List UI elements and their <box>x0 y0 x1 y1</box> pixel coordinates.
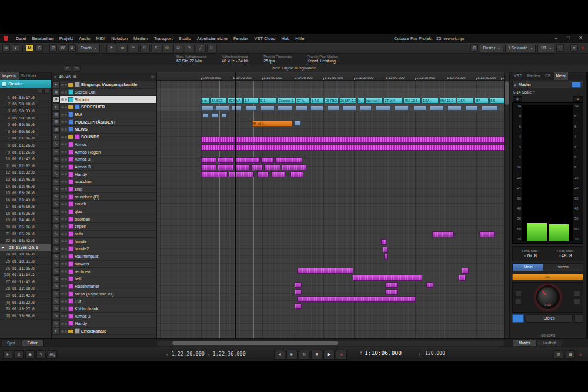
solo-indicator[interactable] <box>65 128 67 131</box>
clip[interactable] <box>278 105 293 111</box>
horizontal-scrollbar-thumb[interactable] <box>172 341 338 345</box>
play-button[interactable]: ▶ <box>323 350 335 360</box>
clip[interactable] <box>211 113 218 118</box>
Handy[interactable]: ∿ Handy <box>52 320 156 328</box>
Eingangs-/Ausgangskanäle[interactable]: ▸ Eingangs-/Ausgangskanäle <box>52 81 156 89</box>
clip[interactable] <box>482 105 498 111</box>
hinweis[interactable]: ∿ hinweis <box>52 261 156 268</box>
menu-item[interactable]: MIDI <box>93 36 108 41</box>
search-icon[interactable]: ◎ <box>151 74 154 79</box>
menu-item[interactable]: Audio <box>76 36 93 41</box>
quantize-select[interactable]: 1/1▼ <box>537 44 554 52</box>
tempo-display[interactable]: ♩ 120.000 <box>419 351 445 356</box>
solo-indicator[interactable] <box>65 248 67 250</box>
close-transport-icon[interactable]: ✕ <box>577 353 583 357</box>
Raumimpuls[interactable]: ∿ Raumimpuls <box>52 253 156 261</box>
solo-indicator[interactable] <box>65 84 67 86</box>
clip[interactable] <box>353 275 422 281</box>
snap-toggle-icon[interactable]: ⊓ <box>470 44 478 52</box>
Atmos 2[interactable]: ∿ Atmos 2 <box>52 313 156 320</box>
marker-options-icon[interactable] <box>44 89 49 94</box>
clip[interactable]: 1.6A <box>457 98 474 104</box>
mute-indicator[interactable] <box>61 136 64 138</box>
mute-tool[interactable]: ∅ <box>173 44 183 52</box>
clip[interactable] <box>231 105 242 111</box>
track-list-menu-icon[interactable]: ≡ <box>54 75 56 79</box>
glas[interactable]: ∿ glas <box>52 208 156 216</box>
marker-row[interactable]: ▶ 22 01:05:42.0 <box>0 237 51 244</box>
mute-indicator[interactable] <box>61 181 64 183</box>
automation-write-button[interactable]: W <box>59 44 66 52</box>
zone-tab[interactable]: Lautheit <box>537 340 562 346</box>
clip[interactable] <box>201 171 228 177</box>
clip[interactable] <box>297 296 416 302</box>
marker-row[interactable]: ▶ 9 01:01:26.0 <box>0 149 51 156</box>
master-channel-row[interactable]: ▶ Master <box>512 81 583 88</box>
mute-indicator[interactable] <box>61 158 64 161</box>
solo-indicator[interactable] <box>65 330 67 333</box>
solo-indicator[interactable] <box>65 165 67 168</box>
toolbar-expand-icon[interactable]: ▾ <box>12 44 19 52</box>
inspector-tab[interactable]: Sichtbark. <box>19 72 39 80</box>
clip[interactable]: ET-MIA <box>383 98 403 104</box>
clip[interactable] <box>201 144 504 151</box>
mute-indicator[interactable] <box>61 84 64 86</box>
solo-indicator[interactable] <box>65 300 67 303</box>
solo-indicator[interactable] <box>65 263 67 265</box>
crosshair-icon[interactable]: ⊕ <box>14 350 24 359</box>
redo-icon[interactable]: ↷ <box>73 65 81 72</box>
doorbell[interactable]: ∿ doorbell <box>52 215 156 223</box>
clip[interactable] <box>296 105 308 111</box>
right-zone-tab[interactable]: Meter <box>554 72 569 80</box>
marker-row[interactable]: ▶ [25] 01:11:14.2 <box>0 271 51 278</box>
solo-indicator[interactable] <box>65 203 67 205</box>
solo-indicator[interactable] <box>65 285 67 287</box>
marker-row[interactable]: ▶ 6 00:59:36.0 <box>0 128 51 135</box>
marker-row[interactable]: ▶ 2 00:58:18.0 <box>0 101 51 108</box>
marker-row[interactable]: ▶ 12 01:02:32.0 <box>0 170 51 177</box>
grid-type-select[interactable]: 1 Sekunde▼ <box>505 44 536 52</box>
right-locator-time[interactable]: 1:22:36.000 <box>213 351 246 357</box>
marker-row[interactable]: ▶ 25 01:10:31.0 <box>0 258 51 265</box>
right-zone-tab[interactable]: CR <box>543 72 553 80</box>
mute-indicator[interactable] <box>61 151 64 153</box>
marker-row[interactable]: ▶ 23 01:06:20.0 <box>0 244 51 251</box>
solo-indicator[interactable] <box>65 114 67 116</box>
Tür[interactable]: ∿ Tür <box>52 298 156 305</box>
clip[interactable]: 5A SEK <box>211 98 227 104</box>
couch[interactable]: ∿ couch <box>52 201 156 208</box>
clip[interactable] <box>310 105 323 111</box>
solo-indicator[interactable] <box>65 270 67 273</box>
clip[interactable] <box>342 105 356 111</box>
marker-row[interactable]: ▶ 1 00:58:17.0 <box>0 94 51 101</box>
mute-indicator[interactable] <box>61 98 64 101</box>
mute-indicator[interactable] <box>61 307 64 310</box>
Stereo Out[interactable]: ◉ Stereo Out <box>52 89 156 97</box>
marker-row[interactable]: ▶ 18 01:04:26.0 <box>0 210 51 217</box>
clip[interactable] <box>462 268 469 274</box>
clip[interactable] <box>395 105 409 111</box>
hunde[interactable]: ∿ hunde <box>52 238 156 245</box>
zone-tab[interactable]: Editor <box>22 340 44 346</box>
Atmos[interactable]: ∿ Atmos <box>52 141 156 149</box>
Rasenmäher[interactable]: ∿ Rasenmäher <box>52 283 156 291</box>
clip[interactable] <box>201 137 504 143</box>
stop-button[interactable]: ■ <box>311 350 322 360</box>
solo-all-button[interactable]: S <box>35 44 43 52</box>
clip[interactable] <box>257 171 269 177</box>
mute-indicator[interactable] <box>61 270 64 273</box>
horizontal-scrollbar[interactable] <box>157 341 504 346</box>
mute-indicator[interactable] <box>61 121 64 123</box>
SOUNDS[interactable]: ▸ SOUNDS <box>52 134 156 141</box>
solo-indicator[interactable] <box>65 158 67 161</box>
marker-row[interactable]: ▶ 15 01:03:26.0 <box>0 190 51 197</box>
solo-indicator[interactable] <box>65 121 67 123</box>
clip[interactable]: 26 FBO <box>325 98 339 104</box>
clip[interactable] <box>261 157 274 163</box>
marker-row[interactable]: ▶ 17 01:04:10.0 <box>0 204 51 211</box>
clip[interactable]: MIA 10.6 <box>403 98 421 104</box>
clip[interactable]: 26 MIA 2.2 <box>339 98 356 104</box>
clip[interactable] <box>295 303 302 309</box>
automation-read-button[interactable]: R <box>49 44 57 52</box>
marker-row[interactable]: ▶ 13 01:02:46.0 <box>0 176 51 183</box>
